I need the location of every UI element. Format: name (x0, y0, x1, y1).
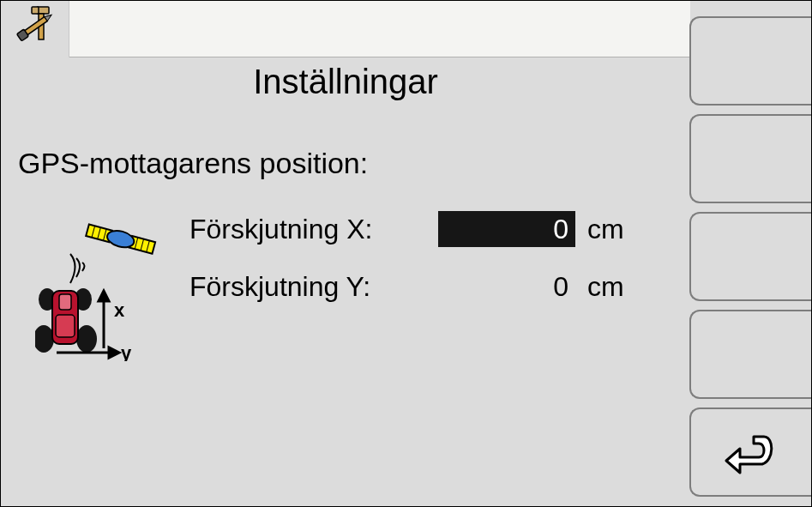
svg-point-18 (76, 325, 97, 353)
offset-x-row: Förskjutning X: 0 cm (189, 211, 624, 247)
offset-y-label: Förskjutning Y: (189, 271, 438, 303)
diagram-x-label: x (114, 299, 125, 321)
offset-y-row: Förskjutning Y: 0 cm (189, 269, 624, 305)
section-label: GPS-mottagarens position: (18, 147, 368, 180)
offset-x-label: Förskjutning X: (189, 214, 438, 245)
tools-button[interactable] (1, 1, 69, 57)
softkey-back[interactable] (689, 407, 811, 497)
page-title: Inställningar (1, 63, 690, 101)
softkey-column (689, 16, 811, 497)
tools-icon (11, 3, 59, 55)
svg-point-17 (35, 325, 54, 353)
offset-y-value[interactable]: 0 (438, 269, 575, 305)
softkey-2[interactable] (689, 114, 811, 203)
svg-marker-25 (109, 347, 119, 358)
back-arrow-icon (721, 426, 781, 478)
offset-x-value[interactable]: 0 (438, 211, 575, 247)
softkey-4[interactable] (689, 310, 811, 399)
softkey-1[interactable] (689, 16, 811, 106)
offset-y-unit: cm (587, 271, 624, 303)
svg-rect-20 (56, 315, 75, 337)
topbar (1, 1, 690, 57)
svg-marker-23 (99, 291, 109, 301)
softkey-3[interactable] (689, 212, 811, 301)
offset-x-unit: cm (587, 214, 624, 245)
gps-position-diagram: x y (35, 215, 172, 361)
svg-rect-1 (32, 7, 39, 14)
svg-rect-21 (59, 294, 71, 310)
settings-screen: Inställningar GPS-mottagarens position: (0, 0, 812, 507)
tractor-satellite-icon: x y (35, 215, 172, 361)
diagram-y-label: y (121, 342, 132, 361)
